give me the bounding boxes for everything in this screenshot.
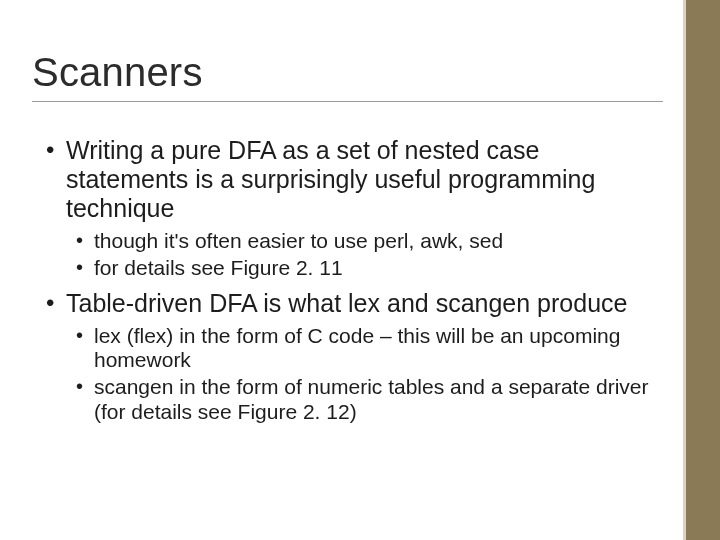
sub-bullet-item: for details see Figure 2. 11 <box>94 256 663 281</box>
sub-bullet-item: though it's often easier to use perl, aw… <box>94 229 663 254</box>
sub-bullet-text: though it's often easier to use perl, aw… <box>94 229 503 252</box>
bullet-item: Table-driven DFA is what lex and scangen… <box>66 289 663 425</box>
bullet-text: Writing a pure DFA as a set of nested ca… <box>66 136 595 222</box>
slide-title: Scanners <box>32 50 663 102</box>
sub-bullet-item: lex (flex) in the form of C code – this … <box>94 324 663 374</box>
sub-bullet-text: for details see Figure 2. 11 <box>94 256 343 279</box>
sub-bullet-list: though it's often easier to use perl, aw… <box>66 229 663 281</box>
accent-line <box>683 0 686 540</box>
sub-bullet-text: scangen in the form of numeric tables an… <box>94 375 648 423</box>
bullet-item: Writing a pure DFA as a set of nested ca… <box>66 136 663 281</box>
bullet-text: Table-driven DFA is what lex and scangen… <box>66 289 627 317</box>
sub-bullet-list: lex (flex) in the form of C code – this … <box>66 324 663 425</box>
slide-content: Scanners Writing a pure DFA as a set of … <box>0 0 683 540</box>
sub-bullet-item: scangen in the form of numeric tables an… <box>94 375 663 425</box>
bullet-list: Writing a pure DFA as a set of nested ca… <box>32 136 663 425</box>
sub-bullet-text: lex (flex) in the form of C code – this … <box>94 324 620 372</box>
accent-bar <box>686 0 720 540</box>
